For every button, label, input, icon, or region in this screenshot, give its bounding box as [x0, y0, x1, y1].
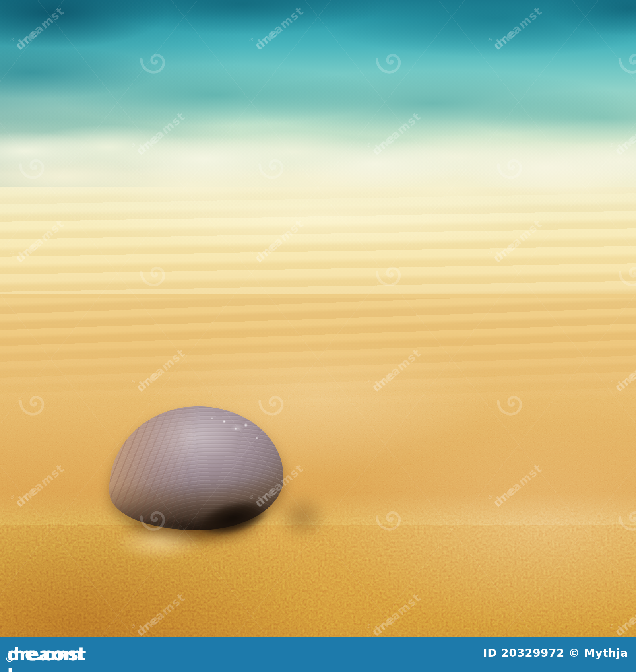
image-credit: ID 20329972 © Mythja	[483, 647, 628, 660]
wave-foam	[0, 119, 636, 219]
sand-mound-highlight	[95, 517, 223, 569]
stock-photo-seashell-beach: dreamstımedreamstımedreamstımedreamstıme…	[0, 0, 636, 672]
footer-bar: dreamstıme.com ID 20329972 © Mythja	[0, 637, 636, 672]
logo-text-post: me.com	[7, 643, 82, 665]
